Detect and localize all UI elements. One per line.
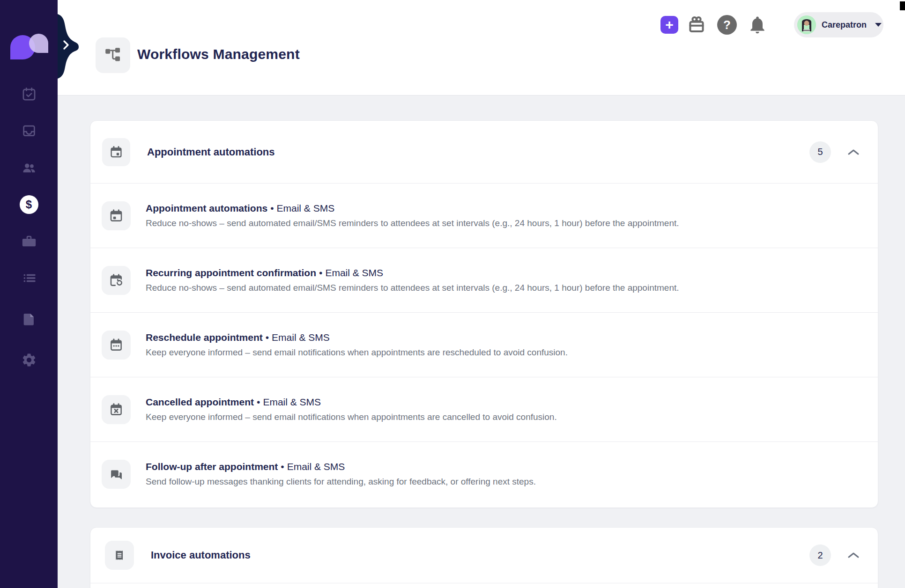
sidebar-item-calendar[interactable] xyxy=(0,84,58,104)
row-iconbox xyxy=(102,331,131,360)
calendar-sync-icon xyxy=(108,272,124,288)
settings-gear-icon xyxy=(21,352,37,368)
calendar-check-icon xyxy=(21,86,37,102)
section-title: Invoice automations xyxy=(151,549,251,561)
sidebar-expand-button[interactable] xyxy=(59,37,73,52)
dollar-glyph: $ xyxy=(26,198,32,211)
calendar-month-icon xyxy=(108,337,124,353)
carepatron-logo-icon[interactable] xyxy=(10,34,49,60)
workflow-channel: Email & SMS xyxy=(325,267,383,278)
inbox-icon xyxy=(21,123,37,139)
workflow-channel: Email & SMS xyxy=(272,332,330,343)
screen-artifact-top xyxy=(900,1,905,10)
workflow-description: Keep everyone informed – send email noti… xyxy=(146,347,568,358)
help-icon: ? xyxy=(717,15,737,35)
section-invoice-automations: Invoice automations 2 xyxy=(90,527,878,588)
bell-icon xyxy=(747,14,768,36)
avatar-photo xyxy=(797,15,816,34)
divider xyxy=(90,583,878,583)
chevron-up-icon xyxy=(847,148,860,156)
logo-blob-right xyxy=(29,34,48,53)
workflow-row-appointment-automations[interactable]: Appointment automations•Email & SMS Redu… xyxy=(90,184,878,248)
section-header-appointments[interactable]: Appointment automations 5 xyxy=(90,121,878,183)
workflow-row-cancelled-appointment[interactable]: Cancelled appointment•Email & SMS Keep e… xyxy=(90,377,878,441)
billing-dollar-icon: $ xyxy=(20,195,38,214)
workflow-channel: Email & SMS xyxy=(263,397,321,407)
account-menu[interactable]: Carepatron xyxy=(794,12,883,37)
workflow-title: Reschedule appointment•Email & SMS xyxy=(146,332,568,343)
create-new-button[interactable]: + xyxy=(660,16,678,34)
page-title-iconbox xyxy=(96,37,130,73)
collapse-section-button[interactable] xyxy=(844,143,863,162)
notifications-button[interactable] xyxy=(747,14,768,36)
collapse-section-button[interactable] xyxy=(844,546,863,565)
workflow-name: Reschedule appointment xyxy=(146,332,263,343)
chevron-up-icon xyxy=(847,551,860,559)
workflow-description: Reduce no-shows – send automated email/S… xyxy=(146,218,679,228)
gift-icon xyxy=(686,15,707,35)
question-glyph: ? xyxy=(723,18,731,32)
section-header-invoices[interactable]: Invoice automations 2 xyxy=(90,528,878,583)
workflow-title: Appointment automations•Email & SMS xyxy=(146,203,679,214)
workflow-name: Cancelled appointment xyxy=(146,397,254,407)
workflow-channel: Email & SMS xyxy=(277,203,335,213)
sidebar-item-billing[interactable]: $ xyxy=(0,194,58,215)
sidebar-item-settings[interactable] xyxy=(0,350,58,370)
section-iconbox xyxy=(105,541,134,570)
workflow-title: Recurring appointment confirmation•Email… xyxy=(146,267,679,279)
plus-icon: + xyxy=(665,18,674,32)
account-name: Carepatron xyxy=(822,20,867,30)
workflow-description: Send follow-up messages thanking clients… xyxy=(146,477,536,487)
workflow-description: Reduce no-shows – send automated email/S… xyxy=(146,283,679,293)
workflow-row-recurring-confirmation[interactable]: Recurring appointment confirmation•Email… xyxy=(90,248,878,312)
chevron-down-icon xyxy=(875,23,882,27)
workflow-row-follow-up[interactable]: Follow-up after appointment•Email & SMS … xyxy=(90,442,878,506)
row-iconbox xyxy=(102,201,131,230)
chevron-right-icon xyxy=(61,39,71,51)
chat-bubbles-icon xyxy=(108,466,124,482)
section-appointment-automations: Appointment automations 5 Appointment au… xyxy=(90,120,878,508)
workflow-schema-icon xyxy=(104,46,122,65)
receipt-icon xyxy=(111,547,127,563)
bullet-separator: • xyxy=(257,397,260,407)
list-icon xyxy=(21,270,37,286)
bullet-separator: • xyxy=(266,332,269,343)
briefcase-icon xyxy=(21,233,37,249)
row-iconbox xyxy=(102,395,131,424)
rewards-button[interactable] xyxy=(686,14,707,36)
calendar-cancel-icon xyxy=(108,402,124,418)
section-title: Appointment automations xyxy=(147,146,275,158)
sidebar-item-documents[interactable] xyxy=(0,309,58,330)
bullet-separator: • xyxy=(281,461,284,472)
people-icon xyxy=(21,160,37,176)
workflow-title: Follow-up after appointment•Email & SMS xyxy=(146,461,536,472)
sidebar-item-lists[interactable] xyxy=(0,268,58,288)
help-button[interactable]: ? xyxy=(716,14,738,36)
workflow-row-reschedule-appointment[interactable]: Reschedule appointment•Email & SMS Keep … xyxy=(90,313,878,377)
workflow-title: Cancelled appointment•Email & SMS xyxy=(146,397,557,408)
document-icon xyxy=(21,311,37,327)
bullet-separator: • xyxy=(319,267,322,278)
count-badge: 5 xyxy=(809,141,831,163)
workflow-description: Keep everyone informed – send email noti… xyxy=(146,412,557,422)
avatar xyxy=(797,15,816,34)
calendar-event-icon xyxy=(108,208,124,224)
sidebar: $ xyxy=(0,0,58,588)
workflow-name: Appointment automations xyxy=(146,203,267,213)
workflow-channel: Email & SMS xyxy=(287,461,345,472)
calendar-event-icon xyxy=(109,145,124,160)
sidebar-item-services[interactable] xyxy=(0,231,58,251)
sidebar-item-clients[interactable] xyxy=(0,157,58,178)
workflow-name: Recurring appointment confirmation xyxy=(146,267,316,278)
bullet-separator: • xyxy=(270,203,274,213)
count-badge: 2 xyxy=(809,544,831,566)
page-title: Workflows Management xyxy=(137,46,300,62)
section-iconbox xyxy=(102,138,130,166)
sidebar-item-inbox[interactable] xyxy=(0,120,58,141)
workflow-name: Follow-up after appointment xyxy=(146,461,278,472)
row-iconbox xyxy=(102,266,131,295)
row-iconbox xyxy=(102,460,131,489)
